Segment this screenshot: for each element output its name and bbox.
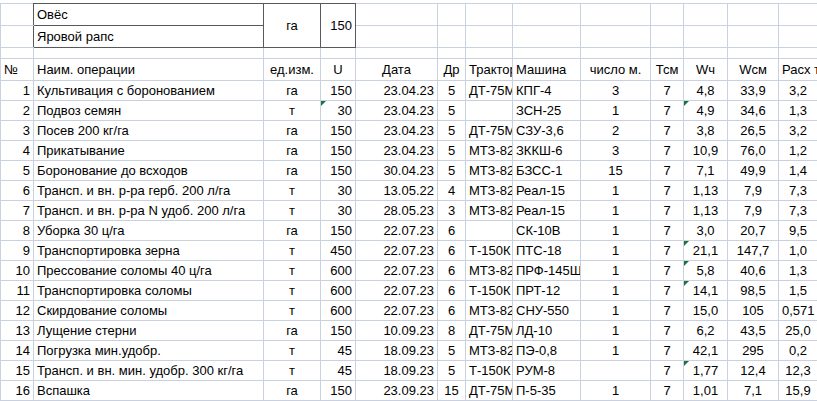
- fuel-consumption-cell[interactable]: 1,0: [779, 241, 817, 261]
- empty-cell[interactable]: [513, 48, 581, 59]
- operation-name-cell[interactable]: Скирдование соломы: [34, 301, 264, 321]
- fuel-consumption-cell[interactable]: 9,5: [779, 221, 817, 241]
- unit-cell[interactable]: т: [264, 281, 321, 301]
- machines-count-cell[interactable]: 1: [581, 281, 651, 301]
- operation-name-cell[interactable]: Прикатывание: [34, 141, 264, 161]
- date-cell[interactable]: 22.07.23: [356, 301, 438, 321]
- row-number-cell[interactable]: 8: [1, 221, 34, 241]
- header-days[interactable]: Др: [438, 59, 466, 81]
- volume-cell[interactable]: 45: [321, 361, 356, 381]
- operation-name-cell[interactable]: Транспортировка соломы: [34, 281, 264, 301]
- date-cell[interactable]: 18.09.23: [356, 341, 438, 361]
- unit-cell[interactable]: т: [264, 241, 321, 261]
- tractor-cell[interactable]: Т-150К: [466, 241, 513, 261]
- machines-count-cell[interactable]: 1: [581, 301, 651, 321]
- wch-cell[interactable]: 15,0: [684, 301, 728, 321]
- unit-cell[interactable]: га: [264, 81, 321, 101]
- header-row-number[interactable]: №: [1, 59, 34, 81]
- unit-cell[interactable]: га: [264, 221, 321, 241]
- tractor-cell[interactable]: МТЗ-82: [466, 181, 513, 201]
- tractor-cell[interactable]: МТЗ-82: [466, 261, 513, 281]
- row-number-cell[interactable]: 9: [1, 241, 34, 261]
- wch-cell[interactable]: 4,9: [684, 101, 728, 121]
- empty-cell[interactable]: [651, 48, 684, 59]
- row-number-cell[interactable]: 11: [1, 281, 34, 301]
- row-number-cell[interactable]: 5: [1, 161, 34, 181]
- days-cell[interactable]: 3: [438, 201, 466, 221]
- fuel-consumption-cell[interactable]: 7,3: [779, 201, 817, 221]
- empty-cell[interactable]: [264, 48, 321, 59]
- fuel-consumption-cell[interactable]: 7,3: [779, 181, 817, 201]
- unit-cell[interactable]: га: [264, 321, 321, 341]
- row-number-cell[interactable]: 3: [1, 121, 34, 141]
- empty-cell[interactable]: [466, 4, 513, 26]
- header-volume[interactable]: U: [321, 59, 356, 81]
- crop-name-cell-rapeseed[interactable]: Яровой рапс: [34, 26, 264, 48]
- header-unit[interactable]: ед.изм.: [264, 59, 321, 81]
- tractor-cell[interactable]: МТЗ-82: [466, 141, 513, 161]
- days-cell[interactable]: 5: [438, 141, 466, 161]
- header-date[interactable]: Дата: [356, 59, 438, 81]
- volume-cell[interactable]: 30: [321, 201, 356, 221]
- operation-name-cell[interactable]: Посев 200 кг/га: [34, 121, 264, 141]
- volume-cell[interactable]: 150: [321, 141, 356, 161]
- machines-count-cell[interactable]: 3: [581, 141, 651, 161]
- empty-cell[interactable]: [581, 4, 651, 26]
- operation-name-cell[interactable]: Вспашка: [34, 381, 264, 401]
- tractor-cell[interactable]: Т-150К: [466, 361, 513, 381]
- tractor-cell[interactable]: ДТ-75М: [466, 81, 513, 101]
- wcm-cell[interactable]: 7,9: [728, 201, 779, 221]
- row-number-cell[interactable]: 2: [1, 101, 34, 121]
- date-cell[interactable]: 23.04.23: [356, 81, 438, 101]
- tsm-cell[interactable]: 7: [651, 81, 684, 101]
- crop-name-cell-oats[interactable]: Овёс: [34, 4, 264, 26]
- machines-count-cell[interactable]: 2: [581, 121, 651, 141]
- wcm-cell[interactable]: 34,6: [728, 101, 779, 121]
- row-number-cell[interactable]: 6: [1, 181, 34, 201]
- tractor-cell[interactable]: ДТ-75М: [466, 381, 513, 401]
- operation-name-cell[interactable]: Культивация с боронованием: [34, 81, 264, 101]
- days-cell[interactable]: 6: [438, 281, 466, 301]
- machines-count-cell[interactable]: 1: [581, 201, 651, 221]
- machines-count-cell[interactable]: 1: [581, 101, 651, 121]
- date-cell[interactable]: 23.04.23: [356, 121, 438, 141]
- volume-cell[interactable]: 150: [321, 381, 356, 401]
- fuel-consumption-cell[interactable]: 0,2: [779, 341, 817, 361]
- tractor-cell[interactable]: МТЗ-82: [466, 301, 513, 321]
- tractor-cell[interactable]: МТЗ-82: [466, 341, 513, 361]
- volume-cell[interactable]: 150: [321, 321, 356, 341]
- tractor-cell[interactable]: МТЗ-82: [466, 201, 513, 221]
- header-machine[interactable]: Машина: [513, 59, 581, 81]
- fuel-consumption-cell[interactable]: 1,4: [779, 161, 817, 181]
- tsm-cell[interactable]: 7: [651, 301, 684, 321]
- tsm-cell[interactable]: 7: [651, 341, 684, 361]
- date-cell[interactable]: 10.09.23: [356, 321, 438, 341]
- machine-cell[interactable]: СНУ-550: [513, 301, 581, 321]
- unit-cell[interactable]: га: [264, 381, 321, 401]
- wch-cell[interactable]: 21,1: [684, 241, 728, 261]
- empty-cell[interactable]: [779, 26, 817, 48]
- empty-cell[interactable]: [466, 26, 513, 48]
- operation-name-cell[interactable]: Лущение стерни: [34, 321, 264, 341]
- days-cell[interactable]: 6: [438, 241, 466, 261]
- date-cell[interactable]: 23.04.23: [356, 141, 438, 161]
- wch-cell[interactable]: 7,1: [684, 161, 728, 181]
- operation-name-cell[interactable]: Прессование соломы 40 ц/га: [34, 261, 264, 281]
- wch-cell[interactable]: 1,13: [684, 201, 728, 221]
- days-cell[interactable]: 4: [438, 181, 466, 201]
- wcm-cell[interactable]: 7,9: [728, 181, 779, 201]
- empty-cell[interactable]: [438, 4, 466, 26]
- unit-cell[interactable]: т: [264, 341, 321, 361]
- machine-cell[interactable]: БЗСС-1: [513, 161, 581, 181]
- header-tractor[interactable]: Трактор: [466, 59, 513, 81]
- area-value-cell[interactable]: 150: [321, 4, 356, 48]
- tsm-cell[interactable]: 7: [651, 181, 684, 201]
- row-number-cell[interactable]: 12: [1, 301, 34, 321]
- empty-cell[interactable]: [581, 26, 651, 48]
- wch-cell[interactable]: 10,9: [684, 141, 728, 161]
- machine-cell[interactable]: ЗСН-25: [513, 101, 581, 121]
- date-cell[interactable]: 22.07.23: [356, 281, 438, 301]
- tsm-cell[interactable]: 7: [651, 321, 684, 341]
- machine-cell[interactable]: Реал-15: [513, 201, 581, 221]
- fuel-consumption-cell[interactable]: 0,571: [779, 301, 817, 321]
